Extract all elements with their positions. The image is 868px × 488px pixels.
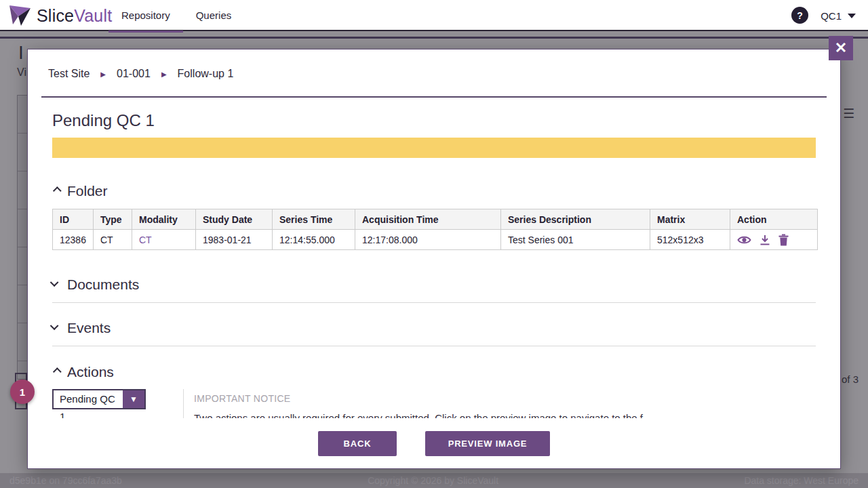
actions-content: Pending QC 1 ▼ IMPORTANT NOTICE Two acti… <box>52 389 816 418</box>
chevron-up-icon <box>53 367 62 376</box>
vertical-divider <box>183 389 184 418</box>
user-menu-label: QC1 <box>821 10 842 22</box>
cell-study-date: 1983-01-21 <box>196 230 273 250</box>
chevron-down-icon <box>50 278 59 287</box>
app-logo[interactable]: SliceVault <box>8 3 112 28</box>
step-badge[interactable]: 1 <box>10 380 35 404</box>
back-button[interactable]: BACK <box>318 431 397 456</box>
download-icon[interactable] <box>759 234 771 246</box>
cell-matrix: 512x512x3 <box>650 230 730 250</box>
main-nav: Repository Queries <box>108 0 244 31</box>
cell-acquisition-time: 12:17:08.000 <box>355 230 501 250</box>
breadcrumb-arrow-icon: ▶ <box>161 70 167 78</box>
notice-body-clipped: Two actions are usually required for eve… <box>194 412 791 418</box>
col-header-action: Action <box>730 209 818 230</box>
table-row: 12386 CT CT 1983-01-21 12:14:55.000 12:1… <box>53 230 818 250</box>
section-label-folder: Folder <box>67 182 108 200</box>
section-header-documents[interactable]: Documents <box>52 275 816 293</box>
folder-table: ID Type Modality Study Date Series Time … <box>52 209 818 250</box>
help-icon[interactable]: ? <box>791 7 808 24</box>
section-header-actions[interactable]: Actions <box>52 363 816 381</box>
breadcrumb-arrow-icon: ▶ <box>100 70 106 78</box>
modal-body: Test Site ▶ 01-001 ▶ Follow-up 1 Pending… <box>28 49 840 418</box>
delete-trash-icon[interactable] <box>778 234 789 246</box>
col-header-series-time: Series Time <box>273 209 355 230</box>
app-header: SliceVault Repository Queries ? QC1 <box>0 0 868 31</box>
modal-footer: BACK PREVIEW IMAGE <box>28 418 840 468</box>
col-header-matrix: Matrix <box>650 209 730 230</box>
view-eye-icon[interactable] <box>737 235 751 245</box>
user-menu[interactable]: QC1 <box>821 0 856 31</box>
breadcrumb-divider <box>41 96 827 98</box>
cell-series-time: 12:14:55.000 <box>273 230 355 250</box>
col-header-series-description: Series Description <box>501 209 650 230</box>
folder-detail-modal: Test Site ▶ 01-001 ▶ Follow-up 1 Pending… <box>27 49 841 469</box>
row-actions <box>737 234 810 246</box>
app-logo-text: SliceVault <box>37 6 112 26</box>
cell-modality-link[interactable]: CT <box>132 230 196 250</box>
breadcrumb-timepoint[interactable]: Follow-up 1 <box>178 68 234 80</box>
cell-series-description: Test Series 001 <box>501 230 650 250</box>
select-arrow-icon: ▼ <box>123 390 144 408</box>
slicevault-logo-icon <box>8 3 33 28</box>
preview-image-button[interactable]: PREVIEW IMAGE <box>425 431 550 456</box>
col-header-acquisition-time: Acquisition Time <box>355 209 501 230</box>
section-label-events: Events <box>67 319 111 337</box>
nav-tab-queries[interactable]: Queries <box>183 0 245 31</box>
section-divider <box>52 302 816 303</box>
status-select-value: Pending QC 1 <box>54 390 123 408</box>
status-banner <box>52 138 816 158</box>
chevron-down-icon <box>50 321 59 330</box>
section-label-documents: Documents <box>67 275 139 293</box>
close-icon[interactable]: ✕ <box>829 36 853 60</box>
breadcrumb: Test Site ▶ 01-001 ▶ Follow-up 1 <box>28 49 840 80</box>
modal-title: Pending QC 1 <box>52 110 816 131</box>
folder-table-header-row: ID Type Modality Study Date Series Time … <box>53 209 818 230</box>
nav-tab-repository[interactable]: Repository <box>108 0 183 31</box>
notice-heading: IMPORTANT NOTICE <box>194 393 791 404</box>
col-header-modality: Modality <box>132 209 196 230</box>
section-divider <box>52 346 816 346</box>
important-notice: IMPORTANT NOTICE Two actions are usually… <box>194 389 791 418</box>
section-label-actions: Actions <box>67 363 114 381</box>
col-header-study-date: Study Date <box>196 209 273 230</box>
col-header-id: ID <box>53 209 94 230</box>
section-header-folder[interactable]: Folder <box>52 182 816 200</box>
chevron-down-icon <box>848 14 856 18</box>
col-header-type: Type <box>94 209 132 230</box>
cell-type: CT <box>94 230 132 250</box>
breadcrumb-site[interactable]: Test Site <box>48 68 90 80</box>
breadcrumb-subject[interactable]: 01-001 <box>117 68 151 80</box>
chevron-up-icon <box>53 186 62 195</box>
status-select[interactable]: Pending QC 1 ▼ <box>52 389 146 409</box>
section-header-events[interactable]: Events <box>52 319 816 337</box>
cell-id: 12386 <box>53 230 94 250</box>
